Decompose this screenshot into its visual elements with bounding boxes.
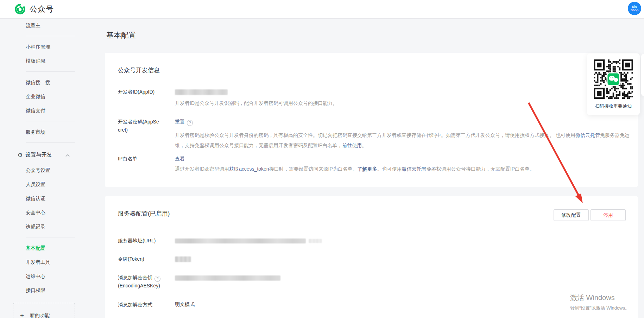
go-use-link[interactable]: 前往使用 <box>342 142 362 148</box>
ip-whitelist-desc: 通过开发者ID及密码调用获取access_token接口时，需要设置访问来源IP… <box>175 164 630 174</box>
sidebar-divider <box>26 142 75 143</box>
sidebar-divider <box>26 237 75 237</box>
sidebar-item-violation-record[interactable]: 违规记录 <box>0 220 77 234</box>
watermark-line2: 转到“设置”以激活 Windows。 <box>570 305 630 311</box>
new-feature-button[interactable]: + 新的功能 <box>13 303 75 318</box>
wechat-mp-logo-icon <box>14 3 26 15</box>
appsecret-label: 开发者密码(AppSecret) <box>118 118 161 134</box>
ip-whitelist-actions: 查看 <box>175 155 185 162</box>
wechat-cloud-link[interactable]: 微信云托管 <box>575 132 600 138</box>
dev-info-card: 公众号开发信息 开发者ID(AppID) 开发者ID是公众号开发识别码，配合开发… <box>105 53 638 187</box>
question-circle-icon[interactable]: ? <box>154 276 160 282</box>
appsecret-desc: 开发者密码是校验公众号开发者身份的密码，具有极高的安全性。切记勿把密码直接交给第… <box>175 130 630 151</box>
sidebar-item-security-center[interactable]: 安全中心 <box>0 205 77 220</box>
modify-config-button[interactable]: 修改配置 <box>554 209 589 221</box>
sidebar-item-traffic[interactable]: 流量主 <box>0 18 77 32</box>
encrypt-mode-value: 明文模式 <box>175 301 195 308</box>
server-url-label: 服务器地址(URL) <box>118 237 171 245</box>
appid-value-redacted <box>175 88 228 95</box>
sidebar-item-dev-tools[interactable]: 开发者工具 <box>0 255 77 269</box>
aes-key-label: 消息加解密密钥? (EncodingAESKey) <box>118 274 171 290</box>
sidebar-item-ops-center[interactable]: 运维中心 <box>0 269 77 283</box>
wechat-cloud-link[interactable]: 微信云托管 <box>402 166 427 172</box>
sidebar-divider <box>26 71 75 72</box>
learn-more-link[interactable]: 了解更多 <box>358 166 377 172</box>
server-config-heading: 服务器配置(已启用) <box>118 210 170 218</box>
ip-desc-text: 通过开发者ID及密码调用 <box>175 166 229 172</box>
windows-activation-watermark: 激活 Windows 转到“设置”以激活 Windows。 <box>570 293 630 311</box>
account-avatar-badge[interactable]: Niu Shop <box>628 2 641 15</box>
sidebar-section-label: 设置与开发 <box>25 152 52 158</box>
app-window: 公众号 Niu Shop 流量主 小程序管理 模板消息 微信搜一搜 企业微信 微… <box>0 0 644 318</box>
token-label: 令牌(Token) <box>118 255 171 263</box>
ip-desc-text: 。也可使用 <box>377 166 402 172</box>
sidebar-item-wechat-verify[interactable]: 微信认证 <box>0 191 77 205</box>
aes-key-redacted <box>175 274 280 281</box>
sidebar-item-pay[interactable]: 微信支付 <box>0 103 77 117</box>
appsecret-desc-text: 。 <box>362 142 367 148</box>
view-link[interactable]: 查看 <box>175 156 185 161</box>
badge-line1: Niu <box>632 5 637 8</box>
qr-code <box>594 59 633 99</box>
sidebar-item-staff-settings[interactable]: 人员设置 <box>0 177 77 191</box>
question-circle-icon[interactable]: ? <box>187 120 193 126</box>
server-url-redacted <box>175 237 322 244</box>
plus-icon: + <box>20 312 24 318</box>
appsecret-desc-text: 开发者密码是校验公众号开发者身份的密码，具有极高的安全性。切记勿把密码直接交给第… <box>175 132 575 138</box>
server-config-card: 服务器配置(已启用) 修改配置 停用 服务器地址(URL) 令牌(Token) … <box>105 196 638 318</box>
sidebar-item-account-settings[interactable]: 公众号设置 <box>0 163 77 177</box>
sidebar-section-settings-dev[interactable]: ⚙ 设置与开发 <box>0 146 77 163</box>
sidebar-nav: 流量主 小程序管理 模板消息 微信搜一搜 企业微信 微信支付 服务市场 ⚙ 设置… <box>0 18 77 318</box>
watermark-line1: 激活 Windows <box>570 293 630 303</box>
sidebar-item-miniprogram[interactable]: 小程序管理 <box>0 40 77 54</box>
ip-desc-text: 接口时，需要设置访问来源IP为白名单。 <box>269 166 358 172</box>
sidebar-divider <box>26 36 75 36</box>
appid-desc: 开发者ID是公众号开发识别码，配合开发者密码可调用公众号的接口能力。 <box>175 98 630 108</box>
dev-info-heading: 公众号开发信息 <box>118 66 160 74</box>
sidebar-item-search[interactable]: 微信搜一搜 <box>0 75 77 89</box>
appid-label: 开发者ID(AppID) <box>118 88 171 96</box>
aes-key-label-sub: (EncodingAESKey) <box>118 283 160 288</box>
ip-desc-text: 免鉴权调用公众号接口能力，无需配置IP白名单。 <box>427 166 535 172</box>
sidebar-item-wecom[interactable]: 企业微信 <box>0 89 77 103</box>
page-title: 基本配置 <box>106 30 136 40</box>
sidebar-item-api-permission[interactable]: 接口权限 <box>0 283 77 297</box>
aes-key-label-text: 消息加解密密钥 <box>118 275 152 280</box>
gear-icon: ⚙ <box>18 152 23 158</box>
token-redacted <box>175 255 191 262</box>
reset-link[interactable]: 重置 <box>175 119 185 125</box>
brand-title: 公众号 <box>30 0 54 18</box>
encrypt-mode-label: 消息加解密方式 <box>118 301 171 309</box>
ip-whitelist-label: IP白名单 <box>118 155 171 163</box>
sidebar-item-template-msg[interactable]: 模板消息 <box>0 54 77 68</box>
badge-line2: Shop <box>631 8 639 12</box>
access-token-link[interactable]: 获取access_token <box>229 166 269 172</box>
new-feature-label: 新的功能 <box>30 312 50 318</box>
sidebar-item-basic-config[interactable]: 基本配置 <box>0 241 77 255</box>
sidebar-item-market[interactable]: 服务市场 <box>0 125 77 139</box>
collapsed-side-panel[interactable] <box>641 54 644 96</box>
qr-caption: 扫码接收重要通知 <box>587 103 640 109</box>
qr-notification-panel: 扫码接收重要通知 <box>587 53 640 115</box>
appsecret-actions: 重置? <box>175 118 193 126</box>
sidebar-divider <box>26 121 75 121</box>
chevron-up-icon <box>65 152 70 158</box>
top-bar: 公众号 Niu Shop <box>0 0 644 19</box>
disable-button[interactable]: 停用 <box>591 209 626 221</box>
